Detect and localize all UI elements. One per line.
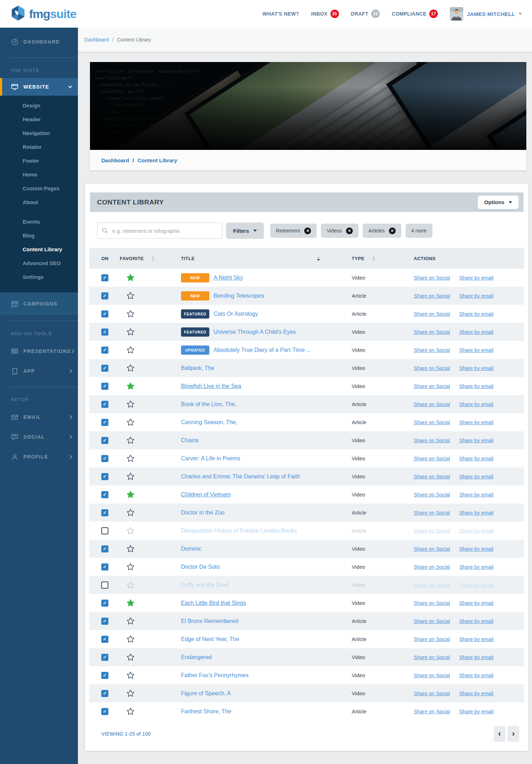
favorite-star-icon[interactable] (126, 310, 135, 318)
row-on-checkbox[interactable] (101, 654, 108, 661)
row-title-link[interactable]: Father Fox's Pennyrhymes (181, 672, 249, 679)
row-on-checkbox[interactable] (101, 509, 108, 516)
share-social-link[interactable]: Share on Social (414, 329, 450, 335)
row-on-checkbox[interactable] (101, 328, 108, 336)
share-email-link[interactable]: Share by email (459, 636, 493, 642)
sidebar-item-dashboard[interactable]: DASHBOARD (0, 32, 78, 52)
row-title-link[interactable]: Book of the Lion, The, (181, 401, 236, 408)
share-email-link[interactable]: Share by email (459, 655, 493, 660)
draft-link[interactable]: DRAFT 10 (351, 10, 380, 18)
share-social-link[interactable]: Share on Social (414, 636, 450, 642)
sidebar-subitem-about[interactable]: About (0, 195, 78, 209)
row-title-link[interactable]: Doctor in the Zoo (181, 510, 225, 516)
row-title-link[interactable]: Children of Vietnam (181, 491, 231, 498)
row-on-checkbox[interactable] (101, 383, 108, 390)
compliance-link[interactable]: COMPLIANCE 17 (392, 10, 438, 18)
share-email-link[interactable]: Share by email (459, 474, 493, 479)
share-email-link[interactable]: Share by email (459, 420, 493, 425)
share-email-link[interactable]: Share by email (459, 438, 493, 443)
share-email-link[interactable]: Share by email (459, 365, 493, 371)
row-title-link[interactable]: Universe Through A Child's Eyes (214, 329, 296, 335)
breadcrumb-dashboard-link[interactable]: Dashboard (101, 157, 129, 163)
share-social-link[interactable]: Share on Social (414, 582, 450, 588)
row-title-link[interactable]: Blowfish Live in the Sea (181, 383, 241, 389)
favorite-star-icon[interactable] (126, 436, 135, 444)
share-email-link[interactable]: Share by email (459, 582, 493, 588)
favorite-star-icon[interactable] (126, 328, 135, 336)
sidebar-item-email[interactable]: EMAIL (0, 407, 78, 427)
sidebar-item-social[interactable]: SOCIAL (0, 427, 78, 447)
row-on-checkbox[interactable] (101, 401, 108, 408)
sidebar-subitem-footer[interactable]: Footer (0, 154, 78, 168)
row-title-link[interactable]: Ballpark, The (181, 365, 214, 371)
row-title-link[interactable]: Each Little Bird that Sings (181, 600, 246, 606)
favorite-star-icon[interactable] (126, 472, 135, 481)
sidebar-subitem-advanced-seo[interactable]: Advanced SEO (0, 256, 78, 270)
row-title-link[interactable]: Endangered (181, 654, 212, 661)
row-on-checkbox[interactable] (101, 310, 108, 318)
favorite-star-icon[interactable] (126, 671, 135, 679)
row-title-link[interactable]: A Night Sky (214, 275, 243, 281)
share-social-link[interactable]: Share on Social (414, 600, 450, 606)
favorite-star-icon[interactable] (126, 382, 135, 390)
share-social-link[interactable]: Share on Social (414, 401, 450, 407)
row-on-checkbox[interactable] (101, 618, 108, 625)
prev-page-button[interactable]: ‹ (494, 726, 505, 742)
share-email-link[interactable]: Share by email (459, 456, 493, 461)
row-title-link[interactable]: Farthest Shore, The (181, 708, 231, 715)
favorite-star-icon[interactable] (126, 635, 135, 643)
share-social-link[interactable]: Share on Social (414, 709, 450, 714)
share-social-link[interactable]: Share on Social (414, 456, 450, 461)
sort-favorite-icon[interactable] (152, 256, 154, 261)
row-on-checkbox[interactable] (101, 491, 108, 498)
share-social-link[interactable]: Share on Social (414, 383, 450, 389)
share-email-link[interactable]: Share by email (459, 546, 493, 552)
share-email-link[interactable]: Share by email (459, 564, 493, 570)
whats-new-link[interactable]: WHAT'S NEW? (262, 11, 299, 17)
share-social-link[interactable]: Share on Social (414, 546, 450, 552)
sidebar-item-campaigns[interactable]: CAMPAIGNS (0, 292, 78, 315)
filter-chip-articles[interactable]: Articles✕ (363, 224, 401, 238)
fmg-suite-logo[interactable]: fmgsuite (11, 5, 77, 23)
filters-button[interactable]: Filters (226, 223, 264, 239)
share-email-link[interactable]: Share by email (459, 510, 493, 516)
row-on-checkbox[interactable] (101, 455, 108, 462)
sidebar-subitem-rotator[interactable]: Rotator (0, 140, 78, 154)
row-title-link[interactable]: Charles and Emma: The Darwins' Leap of F… (181, 473, 300, 480)
share-social-link[interactable]: Share on Social (414, 510, 450, 516)
share-social-link[interactable]: Share on Social (414, 438, 450, 443)
search-input[interactable] (97, 223, 222, 239)
row-on-checkbox[interactable] (101, 582, 108, 589)
sort-title-icon[interactable] (317, 256, 320, 261)
sidebar-subitem-header[interactable]: Header (0, 112, 78, 126)
sidebar-subitem-blog[interactable]: Blog (0, 229, 78, 242)
next-page-button[interactable]: › (508, 726, 519, 742)
favorite-star-icon[interactable] (126, 617, 135, 625)
share-social-link[interactable]: Share on Social (414, 691, 450, 696)
filter-chip-videos[interactable]: Videos✕ (321, 224, 358, 238)
row-on-checkbox[interactable] (101, 527, 108, 534)
favorite-star-icon[interactable] (126, 545, 135, 553)
row-on-checkbox[interactable] (101, 274, 108, 281)
sidebar-subitem-navigation[interactable]: Navigation (0, 126, 78, 140)
row-on-checkbox[interactable] (101, 672, 108, 679)
row-title-link[interactable]: Bending Telescopes (214, 293, 264, 299)
row-title-link[interactable]: Doctor De Soto (181, 564, 220, 570)
remove-filter-icon[interactable]: ✕ (346, 227, 353, 234)
share-email-link[interactable]: Share by email (459, 528, 493, 534)
sidebar-subitem-events[interactable]: Events (0, 215, 78, 229)
favorite-star-icon[interactable] (126, 490, 135, 499)
row-title-link[interactable]: Chains (181, 437, 199, 444)
remove-filter-icon[interactable]: ✕ (389, 227, 396, 234)
sidebar-subitem-settings[interactable]: Settings (0, 270, 78, 284)
row-title-link[interactable]: Figure of Speech, A (181, 690, 231, 697)
user-menu[interactable]: JAMES MITCHELL (450, 7, 522, 21)
share-social-link[interactable]: Share on Social (414, 365, 450, 371)
sidebar-item-profile[interactable]: PROFILE (0, 447, 78, 467)
row-on-checkbox[interactable] (101, 708, 108, 715)
row-on-checkbox[interactable] (101, 563, 108, 571)
sidebar-subitem-home[interactable]: Home (0, 168, 78, 181)
share-email-link[interactable]: Share by email (459, 691, 493, 696)
share-email-link[interactable]: Share by email (459, 293, 493, 299)
filter-chip-4-more[interactable]: 4 more (406, 224, 432, 238)
